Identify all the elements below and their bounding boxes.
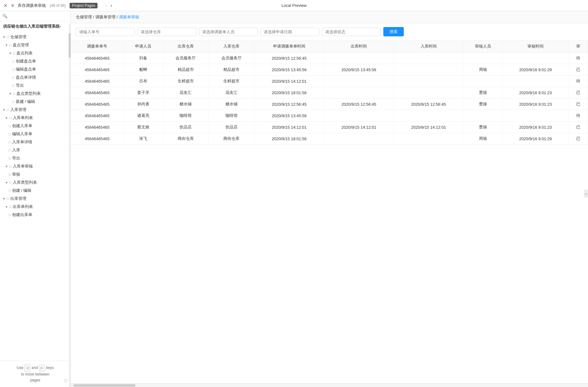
table-cell: 待 xyxy=(568,110,588,122)
breadcrumb: 仓储管理 / 调拨单管理 / 调拨单审核 xyxy=(71,11,588,23)
sidebar-item-inbound-mgmt[interactable]: ▼ □ 入库管理 xyxy=(0,106,71,114)
table-cell: 精品超市 xyxy=(209,64,254,76)
table-cell xyxy=(394,110,463,122)
next-arrow[interactable]: › xyxy=(109,3,113,8)
close-button[interactable]: ✕ xyxy=(4,3,7,8)
table-row[interactable]: 45646465465刘备会员服务厅会员服务厅2020/9/15 12:56:4… xyxy=(71,53,588,64)
table-row[interactable]: 45646465465张飞商街仓库商街仓库2020/9/15 18:01:56周… xyxy=(71,133,588,145)
date-select[interactable] xyxy=(260,28,319,36)
col-out-warehouse: 出库仓库 xyxy=(163,40,208,53)
expand-icon: ▼ xyxy=(2,108,6,112)
table-cell xyxy=(463,110,503,122)
table-cell: 蔡文姬 xyxy=(124,122,163,133)
sidebar-collapse-btn[interactable]: ▽ xyxy=(64,378,67,383)
expand-icon: ▼ xyxy=(5,44,8,47)
breadcrumb-sep1: / xyxy=(93,15,95,19)
page-icon: □ xyxy=(12,76,15,79)
table-cell: 2020/9/15 14:12:01 xyxy=(324,122,394,133)
sidebar-item-inventory-type-group[interactable]: ▼ □ 盘点类型列表 xyxy=(0,90,71,98)
sidebar-label: 出库管理 xyxy=(10,196,26,201)
table-cell: 已 xyxy=(568,122,588,133)
table-row[interactable]: 45646465465诸葛亮咖啡馆咖啡馆2020/9/15 13:45:56待 xyxy=(71,110,588,122)
sidebar-item-warehouse-mgmt[interactable]: ▼ □ 仓储管理 xyxy=(0,33,71,41)
folder-icon: □ xyxy=(9,181,11,184)
warehouse-select[interactable] xyxy=(137,28,196,36)
sidebar-label: 新建 / 编辑 xyxy=(16,99,35,104)
window-title: Local Preview xyxy=(281,3,307,8)
main-layout: 供应链仓储出入库后端管理系统- ▼ □ 仓储管理 ▼ □ 盘点管理 ▼ □ 盘点… xyxy=(0,11,588,387)
page-icon: □ xyxy=(9,213,11,217)
table-cell: 张飞 xyxy=(124,133,163,145)
expand-icon: ▼ xyxy=(9,52,12,55)
prev-arrow[interactable]: ‹ xyxy=(104,3,108,8)
and-label: and xyxy=(32,366,38,370)
table-cell: 刘备 xyxy=(124,53,163,64)
table-cell: 已 xyxy=(568,87,588,99)
sidebar-search-area xyxy=(0,11,71,21)
sidebar-item-inbound-type-group[interactable]: ▼ □ 入库类型列表 xyxy=(0,178,71,187)
status-select[interactable] xyxy=(322,28,381,36)
staff-select[interactable] xyxy=(199,28,258,36)
right-collapse-button[interactable]: » xyxy=(584,190,588,197)
sidebar-search-input[interactable] xyxy=(2,14,68,18)
sidebar-label: 出库单列表 xyxy=(13,204,33,210)
table-cell: 2020/9/16 9:01:23 xyxy=(503,87,568,99)
sidebar-item-inventory-detail[interactable]: □ 盘点单详情 xyxy=(0,73,71,81)
table-cell: 曹操 xyxy=(463,122,503,133)
table-cell xyxy=(324,76,394,87)
sidebar-label: 创建出库单 xyxy=(12,212,32,218)
sidebar-item-inbound-list-group[interactable]: ▼ □ 入库单列表 xyxy=(0,114,71,122)
sidebar-item-inbound[interactable]: □ 入库 xyxy=(0,146,71,154)
col-order-no: 调拨单单号 xyxy=(71,40,124,53)
sidebar-item-inventory-list-group[interactable]: ▼ □ 盘点列表 xyxy=(0,49,71,57)
col-applicant: 申请人员 xyxy=(124,40,163,53)
next-key: ▷ xyxy=(39,365,45,371)
horizontal-scrollbar[interactable] xyxy=(71,383,588,387)
sidebar-item-new-edit-inbound-type[interactable]: □ 创建 / 编辑 xyxy=(0,187,71,195)
table-row[interactable]: 45646465465貂蝉精品超市精品超市2020/9/15 13:45:562… xyxy=(71,64,588,76)
folder-icon: □ xyxy=(9,116,11,120)
sidebar-item-outbound-mgmt[interactable]: ▼ □ 出库管理 xyxy=(0,195,71,203)
sidebar-item-create-outbound[interactable]: □ 创建出库单 xyxy=(0,211,71,219)
sidebar-item-edit-inbound[interactable]: □ 编辑入库单 xyxy=(0,130,71,138)
sidebar-label: 盘点管理 xyxy=(13,42,29,48)
table-cell: 曹操 xyxy=(463,87,503,99)
app-title: 供应链仓储出入库后端管理系统- xyxy=(0,21,71,32)
folder-icon: □ xyxy=(9,205,11,209)
table-cell: 貂蝉 xyxy=(124,64,163,76)
table-row[interactable]: 45646465465孙尚香糖水铺糖水铺2020/9/15 12:56:4520… xyxy=(71,99,588,110)
order-no-input[interactable] xyxy=(76,28,135,36)
table-row[interactable]: 45646465465吕布生鲜超市生鲜超市2020/9/15 14:12:01待 xyxy=(71,76,588,87)
table-row[interactable]: 45646465465蔡文姬饮品店饮品店2020/9/15 14:12:0120… xyxy=(71,122,588,133)
project-pages-button[interactable]: Project Pages xyxy=(70,3,98,8)
sidebar-item-outbound-list-group[interactable]: ▼ □ 出库单列表 xyxy=(0,203,71,211)
sidebar-item-inbound-audit-group[interactable]: ▼ □ 入库单审核 xyxy=(0,162,71,170)
table-cell xyxy=(394,87,463,99)
sidebar-item-edit-inventory[interactable]: □ 编辑盘点单 xyxy=(0,65,71,73)
sidebar-label: 入库 xyxy=(12,147,20,153)
page-icon: □ xyxy=(9,132,11,136)
sidebar-item-new-edit-type[interactable]: □ 新建 / 编辑 xyxy=(0,98,71,106)
sidebar-item-export-inventory[interactable]: □ 导出 xyxy=(0,81,71,90)
table-cell: 已 xyxy=(568,133,588,145)
sidebar-item-audit[interactable]: □ 审核 xyxy=(0,170,71,178)
sidebar-item-create-inbound[interactable]: □ 创建入库单 xyxy=(0,122,71,130)
col-in-time: 入库时间 xyxy=(394,40,463,53)
sidebar-scroll-thumb xyxy=(69,33,71,58)
page-icon: □ xyxy=(9,124,11,128)
sidebar-item-inbound-detail[interactable]: □ 入库单详情 xyxy=(0,138,71,146)
sidebar-item-inventory-mgmt[interactable]: ▼ □ 盘点管理 xyxy=(0,41,71,49)
table-cell: 2020/9/15 14:12:01 xyxy=(394,122,463,133)
sidebar-item-create-inventory[interactable]: □ 创建盘点单 xyxy=(0,57,71,65)
search-button[interactable]: 搜索 xyxy=(383,27,404,36)
folder-icon: □ xyxy=(9,43,11,47)
sidebar-label: 编辑入库单 xyxy=(12,131,32,137)
table-header-row: 调拨单单号 申请人员 出库仓库 入库仓库 申请调拨单单时间 出库时间 入库时间 … xyxy=(71,40,588,53)
col-apply-time: 申请调拨单单时间 xyxy=(254,40,324,53)
table-cell: 2020/9/15 18:01:56 xyxy=(254,133,324,145)
page-title: 库存调拨单审核 xyxy=(18,3,46,8)
table-row[interactable]: 45646465465姜子牙花友汇花友汇2020/9/15 18:01:56曹操… xyxy=(71,87,588,99)
col-audit-time: 审核时间 xyxy=(503,40,568,53)
sidebar-item-export-inbound[interactable]: □ 导出 xyxy=(0,154,71,162)
sidebar-scrollbar[interactable] xyxy=(69,24,71,387)
